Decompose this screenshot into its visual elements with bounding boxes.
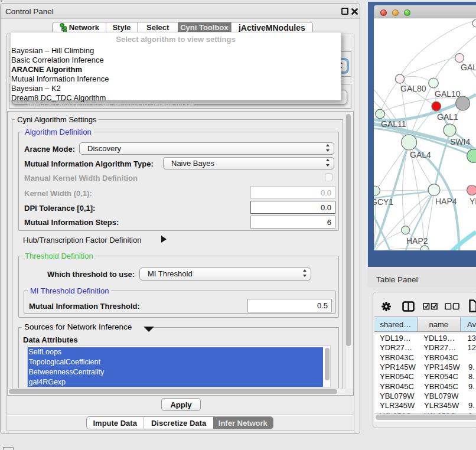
- svg-text:HAP4: HAP4: [435, 197, 457, 206]
- svg-text:YP: YP: [470, 197, 476, 206]
- svg-text:GAL10: GAL10: [435, 89, 461, 99]
- svg-text:GCY1: GCY1: [374, 197, 393, 207]
- svg-text:GAL80: GAL80: [400, 84, 426, 93]
- svg-text:GAL2: GAL2: [461, 63, 476, 72]
- svg-text:HAP2: HAP2: [406, 236, 428, 246]
- svg-text:SWI4: SWI4: [450, 137, 470, 146]
- svg-text:GAL4: GAL4: [410, 150, 431, 159]
- svg-text:GAL1: GAL1: [437, 112, 458, 122]
- svg-text:GAL11: GAL11: [381, 119, 406, 129]
